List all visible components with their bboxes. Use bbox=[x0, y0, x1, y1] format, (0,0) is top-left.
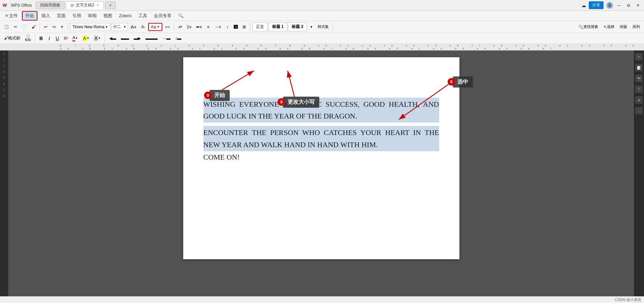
change-case-btn[interactable]: Aa ▼ bbox=[148, 23, 163, 31]
sep6 bbox=[35, 34, 35, 42]
title-bar: W WPS Office 找稿亮模板 W 文字文稿2 ✕ + ☁ 分享 👤 — … bbox=[0, 0, 644, 11]
sidebar-number-3: 3 bbox=[3, 64, 5, 67]
arrange-label: 排列 bbox=[633, 24, 640, 29]
font-size-box[interactable]: 小二 ▼ bbox=[111, 23, 128, 31]
sort-btn[interactable]: 排版 bbox=[618, 23, 629, 31]
para-spacing-btn[interactable]: ↕▬ bbox=[173, 34, 183, 42]
font-name-label: Times New Roma bbox=[72, 25, 104, 29]
restore-button[interactable]: ⧉ bbox=[625, 2, 632, 9]
increase-indent-btn[interactable]: →≡ bbox=[213, 23, 223, 31]
style-h2[interactable]: 标题 2 bbox=[288, 23, 307, 31]
font-group: Times New Roma ▼ 小二 ▼ A+ A- Aa ▼ ⇔A bbox=[70, 23, 172, 31]
style-normal[interactable]: 正文 bbox=[252, 23, 268, 31]
paste-btn2[interactable]: 📋粘贴 bbox=[23, 34, 33, 42]
font-dropdown-icon: ▼ bbox=[105, 25, 108, 29]
para-indent-btn[interactable]: →▬ bbox=[160, 34, 172, 42]
menu-reference[interactable]: 引用 bbox=[70, 12, 84, 20]
close-button[interactable]: ✕ bbox=[635, 2, 641, 9]
menu-home[interactable]: 开始 bbox=[22, 11, 37, 21]
right-tool-1[interactable]: ✏ bbox=[635, 53, 643, 61]
menu-view[interactable]: 视图 bbox=[101, 12, 115, 20]
highlight-btn[interactable]: A ▼ bbox=[80, 34, 91, 42]
undo-more-btn[interactable]: ▼ bbox=[58, 23, 66, 31]
change-case-dropdown: ▼ bbox=[157, 25, 160, 29]
bold-btn[interactable]: B bbox=[37, 34, 45, 42]
format-brush-btn2[interactable]: 🖌格式刷 bbox=[2, 34, 22, 42]
shading-btn[interactable]: 🅰 bbox=[232, 23, 240, 31]
paste-btn[interactable]: 📋 bbox=[2, 23, 11, 31]
bullets-btn[interactable]: ≡• bbox=[176, 23, 184, 31]
style-set-btn[interactable]: 样式集 bbox=[316, 23, 331, 31]
wps-logo[interactable]: W bbox=[3, 3, 7, 8]
font-size-dropdown-icon: ▼ bbox=[123, 25, 126, 29]
menu-file[interactable]: ≡ 文件 bbox=[3, 12, 21, 20]
right-tool-2[interactable]: 📝 bbox=[635, 64, 643, 71]
right-tool-5[interactable]: ★ bbox=[635, 96, 643, 104]
highlight-dropdown[interactable]: ▼ bbox=[87, 37, 89, 40]
doc-tab[interactable]: W 文字文稿2 ✕ bbox=[66, 1, 103, 9]
close-tab-icon[interactable]: ✕ bbox=[96, 3, 99, 7]
selected-text-1: WISHING EVERYONE ACADEMIC SUCCESS, GOOD … bbox=[203, 98, 439, 123]
align-left-btn2[interactable]: ◀▬ bbox=[107, 34, 118, 42]
redo-btn[interactable]: ↪ bbox=[50, 23, 58, 31]
main-area: 1 2 3 4 5 6 7 8 ① 选中 ② 开始 ③ bbox=[0, 50, 644, 303]
italic-btn[interactable]: I bbox=[45, 34, 53, 42]
border-btn[interactable]: ⊞ bbox=[240, 23, 248, 31]
select-btn[interactable]: ↖ 选择 bbox=[602, 23, 616, 31]
line-spacing-btn[interactable]: ↕ bbox=[224, 23, 231, 31]
find-template-label: 找稿亮模板 bbox=[40, 2, 60, 8]
minimize-button[interactable]: — bbox=[616, 2, 622, 9]
style-h1[interactable]: 标题 1 bbox=[268, 23, 287, 31]
menu-search[interactable]: 🔍 bbox=[175, 12, 186, 19]
menu-insert[interactable]: 插入 bbox=[39, 12, 53, 20]
menu-page[interactable]: 页面 bbox=[54, 12, 68, 20]
align-right-btn2[interactable]: ▬▶ bbox=[132, 34, 143, 42]
align-center-btn2[interactable]: ▬▬ bbox=[119, 34, 131, 42]
status-bar: CSDN @小易吾 bbox=[0, 296, 644, 303]
format-brush-btn[interactable]: 🖌 bbox=[30, 23, 38, 31]
doc-area: ① 选中 ② 开始 ③ 更改大小写 bbox=[8, 50, 634, 303]
share-button[interactable]: 分享 bbox=[589, 1, 604, 9]
font-size-decrease-btn[interactable]: A- bbox=[139, 23, 148, 31]
align-center-btn[interactable]: ≡ bbox=[204, 23, 212, 31]
styles-more-btn[interactable]: ▼ bbox=[308, 23, 315, 31]
user-avatar[interactable]: 👤 bbox=[606, 2, 613, 9]
sidebar-number-5: 5 bbox=[3, 76, 5, 79]
selected-text-2: ENCOUNTER THE PERSON WHO CATCHES YOUR HE… bbox=[203, 126, 439, 151]
right-tool-3[interactable]: 📷 bbox=[635, 75, 643, 82]
font-bg-btn[interactable]: A ▼ bbox=[92, 34, 103, 42]
menu-tools[interactable]: 工具 bbox=[136, 12, 150, 20]
find-template-tab[interactable]: 找稿亮模板 bbox=[36, 1, 65, 9]
menu-vip[interactable]: 会员专享 bbox=[151, 12, 174, 20]
font-color-btn[interactable]: A ▼ bbox=[70, 34, 80, 42]
align-left-btn[interactable]: ⬅≡ bbox=[194, 23, 204, 31]
add-tab[interactable]: + bbox=[105, 1, 116, 9]
strikethrough-btn[interactable]: X² bbox=[62, 34, 70, 42]
font-bg-dropdown[interactable]: ▼ bbox=[98, 37, 101, 40]
right-tool-4[interactable]: T bbox=[635, 86, 643, 93]
find-replace-btn[interactable]: 🔍 查找替换 bbox=[576, 23, 600, 31]
font-color-dropdown[interactable]: ▼ bbox=[75, 37, 78, 40]
sep1 bbox=[40, 23, 40, 31]
right-tool-6[interactable]: ··· bbox=[635, 107, 643, 114]
sep3 bbox=[174, 23, 174, 31]
cut-btn[interactable]: ✂ bbox=[12, 23, 19, 31]
cloud-icon[interactable]: ☁ bbox=[581, 3, 586, 8]
sep5 bbox=[333, 23, 333, 31]
justify-btn[interactable]: ▬▬▬ bbox=[143, 34, 160, 42]
arrange-btn[interactable]: 排列 bbox=[631, 23, 642, 31]
sidebar-number-4: 4 bbox=[3, 70, 5, 73]
sidebar-number-7: 7 bbox=[3, 88, 5, 92]
char-spacing-btn[interactable]: ⇔A bbox=[163, 23, 172, 31]
underline-btn[interactable]: U bbox=[54, 34, 61, 42]
copy-btn[interactable]: 📄 bbox=[20, 23, 29, 31]
numbering-btn[interactable]: 1≡ bbox=[185, 23, 194, 31]
title-bar-left: W WPS Office 找稿亮模板 W 文字文稿2 ✕ + bbox=[3, 1, 581, 9]
font-size-increase-btn[interactable]: A+ bbox=[129, 23, 139, 31]
font-name-box[interactable]: Times New Roma ▼ bbox=[70, 23, 110, 31]
page-content[interactable]: WISHING EVERYONE ACADEMIC SUCCESS, GOOD … bbox=[203, 71, 439, 163]
menu-zotero[interactable]: Zotero bbox=[116, 12, 134, 19]
undo-btn[interactable]: ↩ bbox=[42, 23, 50, 31]
menu-review[interactable]: 审阅 bbox=[85, 12, 99, 20]
title-tabs: 找稿亮模板 W 文字文稿2 ✕ + bbox=[36, 1, 116, 9]
